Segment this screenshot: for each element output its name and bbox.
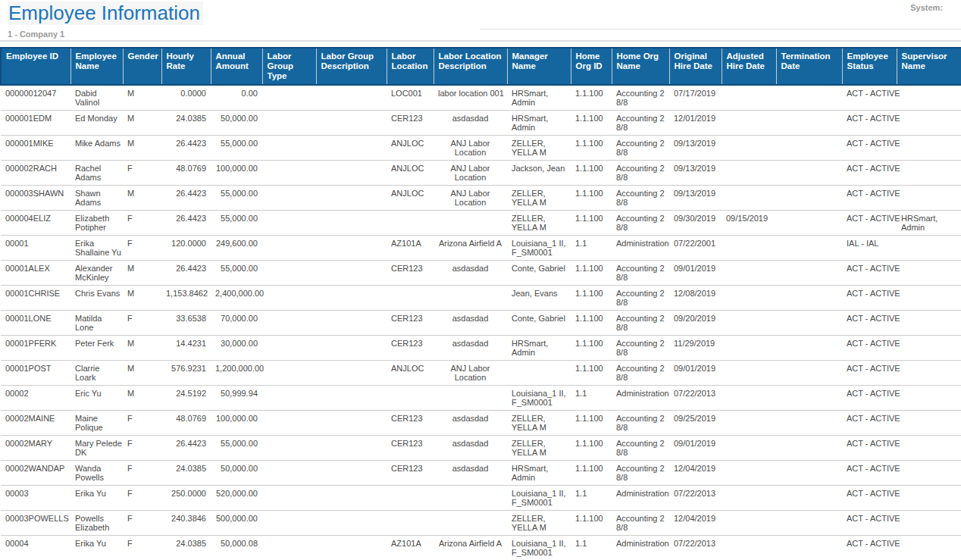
cell-termination_date (776, 461, 842, 486)
cell-manager_name: ZELLER, YELLA M (507, 511, 571, 536)
cell-manager_name: ZELLER, YELLA M (507, 411, 571, 436)
cell-original_hire_date: 09/20/2019 (669, 311, 722, 336)
table-row: 00001LONEMatilda LoneF33.653870,000.00CE… (1, 311, 961, 336)
column-header-home_org_id: Home Org ID (571, 48, 612, 85)
header-divider (0, 40, 961, 42)
cell-employee_name: Powells Elizabeth (70, 511, 123, 536)
cell-termination_date (776, 336, 842, 361)
cell-annual_amount: 55,000.00 (211, 186, 262, 211)
cell-labor_location: LOC001 (387, 85, 434, 111)
cell-termination_date (776, 311, 842, 336)
column-header-adjusted_hire_date: Adjusted Hire Date (722, 48, 776, 85)
cell-labor_location: ANJLOC (387, 136, 434, 161)
column-header-employee_id: Employee ID (1, 48, 70, 85)
cell-annual_amount: 0.00 (211, 85, 262, 111)
cell-home_org_id: 1.1.100 (571, 286, 612, 311)
cell-manager_name: Louisiana_1 II, F_SM0001 (507, 536, 571, 560)
table-header-row: Employee IDEmployee NameGenderHourly Rat… (1, 48, 961, 85)
cell-employee_id: 00000012047 (1, 85, 70, 111)
cell-labor_group_type (262, 536, 316, 560)
cell-employee_name: Erika Shallaine Yu (70, 236, 123, 261)
cell-termination_date (776, 486, 842, 511)
cell-gender: F (123, 411, 161, 436)
cell-original_hire_date: 07/22/2013 (669, 386, 722, 411)
page-title: Employee Information (8, 2, 203, 25)
cell-termination_date (776, 236, 842, 261)
cell-adjusted_hire_date (722, 186, 776, 211)
cell-home_org_name: Accounting 2 8/8 (612, 261, 669, 286)
cell-labor_location_description: Arizona Airfield A (434, 236, 507, 261)
cell-labor_group_type (262, 386, 316, 411)
cell-original_hire_date: 12/04/2019 (669, 461, 722, 486)
cell-employee_status: ACT - ACTIVE (842, 536, 897, 560)
cell-employee_name: Clarrie Loark (70, 361, 123, 386)
cell-original_hire_date: 09/13/2019 (669, 186, 722, 211)
cell-labor_location_description: ANJ Labor Location (434, 361, 507, 386)
cell-employee_id: 00001CHRISE (1, 286, 70, 311)
column-header-employee_status: Employee Status (842, 48, 897, 85)
cell-labor_group_type (262, 211, 316, 236)
cell-employee_name: Mary Pelede DK (70, 436, 123, 461)
cell-annual_amount: 2,400,000.00 (211, 286, 262, 311)
cell-home_org_name: Administration (612, 536, 669, 560)
cell-supervisor_name (897, 286, 961, 311)
cell-termination_date (776, 436, 842, 461)
cell-home_org_name: Accounting 2 8/8 (612, 411, 669, 436)
employee-table: Employee IDEmployee NameGenderHourly Rat… (0, 47, 961, 560)
cell-employee_name: Ed Monday (70, 111, 123, 136)
cell-labor_location_description: ANJ Labor Location (434, 161, 507, 186)
cell-labor_location_description: ANJ Labor Location (434, 186, 507, 211)
cell-labor_group_type (262, 361, 316, 386)
cell-home_org_id: 1.1.100 (571, 411, 612, 436)
table-row: 000001MIKEMike AdamsM26.442355,000.00ANJ… (1, 136, 961, 161)
table-row: 00002Eric YuM24.519250,999.94Louisiana_1… (1, 386, 961, 411)
cell-employee_id: 00003POWELLS (1, 511, 70, 536)
cell-gender: M (123, 85, 161, 111)
cell-adjusted_hire_date (722, 136, 776, 161)
cell-labor_group_description (316, 236, 387, 261)
cell-termination_date (776, 511, 842, 536)
cell-employee_status: ACT - ACTIVE (842, 211, 897, 236)
cell-manager_name: Louisiana_1 II, F_SM0001 (507, 236, 571, 261)
cell-labor_location: ANJLOC (387, 161, 434, 186)
cell-home_org_id: 1.1.100 (571, 361, 612, 386)
cell-hourly_rate: 33.6538 (161, 311, 211, 336)
cell-original_hire_date: 09/01/2019 (669, 261, 722, 286)
cell-gender: M (123, 261, 161, 286)
cell-home_org_id: 1.1.100 (571, 336, 612, 361)
cell-employee_id: 00001ALEX (1, 261, 70, 286)
cell-annual_amount: 500,000.00 (211, 511, 262, 536)
cell-annual_amount: 50,000.08 (211, 536, 262, 560)
cell-labor_location: CER123 (387, 336, 434, 361)
cell-labor_location_description: Arizona Airfield A (434, 536, 507, 560)
column-header-original_hire_date: Original Hire Date (669, 48, 722, 85)
cell-annual_amount: 55,000.00 (211, 136, 262, 161)
column-header-labor_location_description: Labor Location Description (434, 48, 507, 85)
cell-adjusted_hire_date (722, 311, 776, 336)
table-row: 00003POWELLSPowells ElizabethF240.384650… (1, 511, 961, 536)
cell-labor_location_description: asdasdad (434, 261, 507, 286)
cell-hourly_rate: 250.0000 (161, 486, 211, 511)
cell-manager_name: Jean, Evans (507, 286, 571, 311)
cell-supervisor_name (897, 336, 961, 361)
table-header: Employee IDEmployee NameGenderHourly Rat… (1, 48, 961, 85)
cell-labor_group_type (262, 186, 316, 211)
cell-labor_location (387, 286, 434, 311)
cell-home_org_name: Accounting 2 8/8 (612, 311, 669, 336)
cell-home_org_id: 1.1.100 (571, 511, 612, 536)
cell-home_org_name: Accounting 2 8/8 (612, 436, 669, 461)
cell-annual_amount: 30,000.00 (211, 336, 262, 361)
cell-supervisor_name (897, 111, 961, 136)
cell-hourly_rate: 48.0769 (161, 411, 211, 436)
cell-manager_name: ZELLER, YELLA M (507, 186, 571, 211)
cell-labor_group_type (262, 336, 316, 361)
cell-employee_name: Mike Adams (70, 136, 123, 161)
cell-employee_name: Maine Polique (70, 411, 123, 436)
cell-home_org_name: Accounting 2 8/8 (612, 461, 669, 486)
cell-adjusted_hire_date (722, 536, 776, 560)
cell-employee_status: ACT - ACTIVE (842, 136, 897, 161)
cell-annual_amount: 50,000.00 (211, 461, 262, 486)
cell-home_org_id: 1.1 (571, 386, 612, 411)
cell-home_org_id: 1.1.100 (571, 136, 612, 161)
cell-employee_id: 000001EDM (1, 111, 70, 136)
